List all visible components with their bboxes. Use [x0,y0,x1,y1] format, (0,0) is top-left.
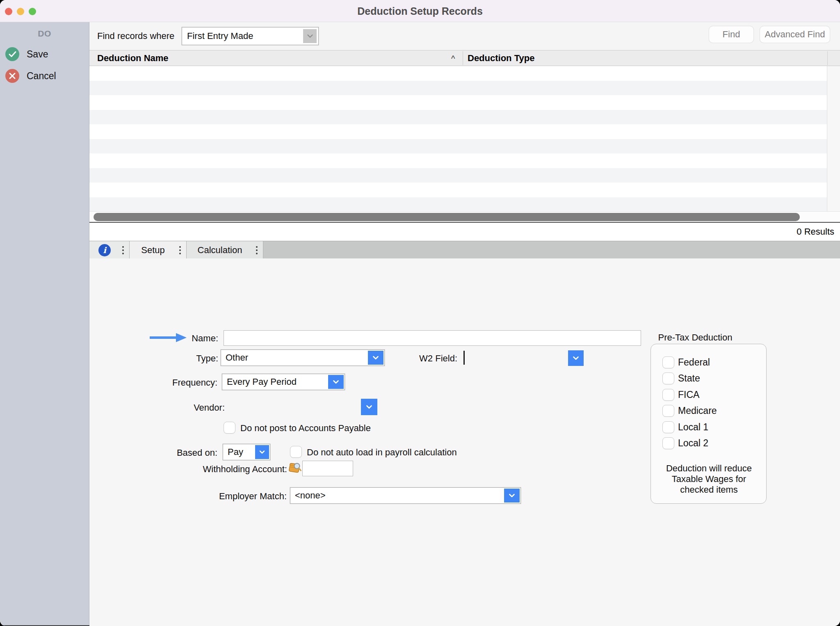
frequency-selected-value: Every Pay Period [227,374,297,390]
local2-checkbox[interactable] [662,437,674,449]
based-on-label: Based on: [144,448,217,458]
name-input[interactable] [224,330,641,346]
column-header-deduction-type[interactable]: Deduction Type [468,50,534,66]
pretax-row-fica: FICA [651,389,767,401]
state-checkbox[interactable] [662,372,674,384]
sidebar-header: DO [0,29,89,39]
sort-ascending-icon[interactable]: ^ [451,50,455,66]
local2-label: Local 2 [678,437,708,449]
type-selected-value: Other [226,350,248,366]
withholding-account-input[interactable] [302,461,353,476]
tab-setup[interactable]: Setup [130,241,187,259]
frequency-label: Frequency: [144,377,217,388]
federal-label: Federal [678,356,710,368]
chevron-down-icon[interactable] [368,351,383,365]
save-button-label: Save [27,49,48,60]
kebab-menu-icon[interactable] [176,241,184,259]
pretax-row-local1: Local 1 [651,421,767,433]
vendor-label: Vendor: [156,402,225,413]
cancel-button[interactable]: Cancel [0,69,89,83]
table-body [89,66,827,212]
medicare-label: Medicare [678,405,717,417]
results-count: 0 Results [797,223,834,241]
find-field-dropdown[interactable]: First Entry Made [182,27,319,45]
title-bar: Deduction Setup Records [0,0,840,22]
w2-field-dropdown-button[interactable] [568,350,584,366]
column-divider [827,51,828,65]
text-cursor [463,351,465,365]
vendor-dropdown-button[interactable] [361,399,377,415]
do-not-post-ap-label: Do not post to Accounts Payable [240,423,371,434]
fica-label: FICA [678,389,699,401]
results-strip: 0 Results [89,223,840,241]
sidebar: DO Save Cancel Collapse [0,22,89,626]
type-dropdown[interactable]: Other [221,350,385,366]
setup-form: Name: Type: Other W2 Field: Frequency: E… [89,258,840,626]
find-field-selected-value: First Entry Made [187,27,253,45]
results-table: Deduction Name ^ Deduction Type [89,50,840,211]
table-row [89,153,827,168]
cancel-button-label: Cancel [27,71,56,82]
find-button[interactable]: Find [709,26,754,43]
chevron-down-icon[interactable] [328,375,344,389]
table-row [89,66,827,81]
local1-label: Local 1 [678,421,708,433]
chevron-down-icon[interactable] [255,445,269,459]
advanced-find-button[interactable]: Advanced Find [760,26,830,43]
fica-checkbox[interactable] [662,389,674,401]
find-records-where-label: Find records where [97,22,174,50]
employer-match-label: Employer Match: [176,491,287,502]
table-row [89,95,827,110]
table-row [89,168,827,183]
do-not-post-ap-checkbox[interactable] [224,422,235,434]
save-button[interactable]: Save [0,47,89,62]
table-header-row: Deduction Name ^ Deduction Type [89,50,840,66]
save-check-icon [5,47,19,61]
frequency-dropdown[interactable]: Every Pay Period [222,374,345,390]
record-info-segment: i [89,241,130,259]
chevron-down-icon[interactable] [303,29,317,43]
kebab-menu-icon[interactable] [253,241,260,259]
tab-calculation-label: Calculation [187,245,253,256]
based-on-dropdown[interactable]: Pay [223,444,270,460]
withholding-account-label: Withholding Account: [176,464,287,475]
tab-setup-label: Setup [130,245,176,256]
name-label: Name: [156,333,218,344]
column-divider [463,51,463,65]
column-header-deduction-name[interactable]: Deduction Name [97,50,169,66]
kebab-menu-icon[interactable] [119,241,127,259]
account-lookup-icon[interactable] [287,462,302,475]
table-row [89,81,827,96]
local1-checkbox[interactable] [662,421,674,433]
pretax-row-local2: Local 2 [651,437,767,449]
window-title: Deduction Setup Records [0,0,840,22]
tab-bar: i Setup Calculation [89,241,840,258]
pretax-deduction-title: Pre-Tax Deduction [654,332,736,343]
horizontal-scrollbar-thumb[interactable] [94,213,800,221]
app-window: Deduction Setup Records DO Save Cancel C… [0,0,840,626]
chevron-down-icon[interactable] [504,489,520,503]
pretax-row-federal: Federal [651,356,767,368]
pretax-row-medicare: Medicare [651,405,767,417]
table-row [89,139,827,154]
w2-field-label: W2 Field: [394,353,457,364]
table-row [89,183,827,197]
federal-checkbox[interactable] [662,356,674,368]
cancel-x-icon [5,69,19,83]
medicare-checkbox[interactable] [662,405,674,417]
do-not-autoload-label: Do not auto load in payroll calculation [307,447,457,458]
employer-match-selected-value: <none> [295,488,326,503]
employer-match-dropdown[interactable]: <none> [290,487,521,504]
vertical-scrollbar-track[interactable] [827,66,840,212]
type-label: Type: [156,353,218,364]
do-not-autoload-checkbox[interactable] [290,446,302,458]
table-row [89,110,827,125]
pretax-deduction-panel: Federal State FICA Medicare Local 1 Loca… [651,344,767,504]
find-bar: Find records where First Entry Made Find… [89,22,840,50]
horizontal-scrollbar-track[interactable] [89,211,840,222]
info-icon[interactable]: i [98,244,111,256]
pretax-row-state: State [651,372,767,384]
state-label: State [678,372,700,384]
table-row [89,197,827,212]
tab-calculation[interactable]: Calculation [187,241,263,259]
